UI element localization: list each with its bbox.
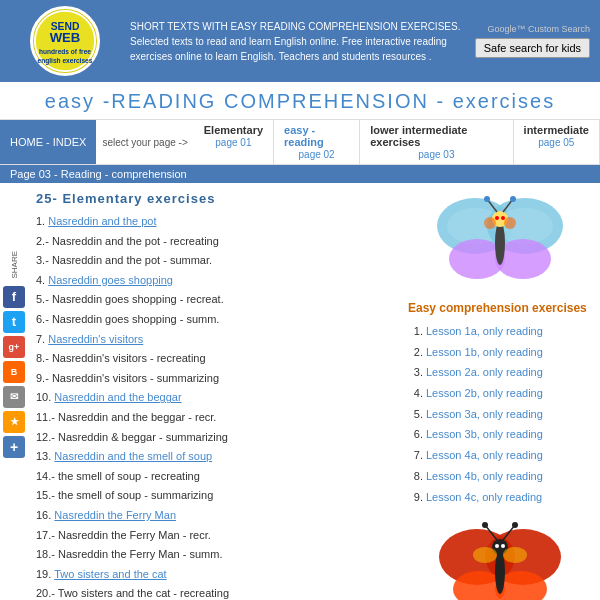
logo: SEND WEB hundreds of free english exerci… (30, 6, 100, 76)
list-item: 2.- Nasreddin and the pot - recreating (36, 232, 392, 252)
svg-point-32 (512, 522, 518, 528)
list-item: 6.- Nasreddin goes shopping - summ. (36, 310, 392, 330)
right-column: Easy comprehension exercises Lesson 1a, … (400, 191, 600, 600)
list-item: 4. Nasreddin goes shopping (36, 271, 392, 291)
easy-exercise-link[interactable]: Lesson 2b, only reading (426, 387, 543, 399)
svg-point-27 (495, 544, 499, 548)
easy-exercise-link[interactable]: Lesson 1a, only reading (426, 325, 543, 337)
easy-comp-title: Easy comprehension exercises (408, 301, 592, 315)
safe-search-button[interactable]: Safe search for kids (475, 38, 590, 58)
svg-text:english exercises: english exercises (38, 57, 93, 65)
svg-point-14 (501, 216, 505, 220)
list-item: Lesson 1b, only reading (426, 342, 592, 363)
page-title: easy -READING COMPREHENSION - exercises (0, 82, 600, 119)
left-column: 25- Elementary exercises 1. Nasreddin an… (28, 191, 400, 600)
svg-point-34 (503, 547, 527, 563)
list-item: 9.- Nasreddin's visitors - summarizing (36, 369, 392, 389)
list-item: 1. Nasreddin and the pot (36, 212, 392, 232)
list-item: 5.- Nasreddin goes shopping - recreat. (36, 290, 392, 310)
list-item: 8.- Nasreddin's visitors - recreating (36, 349, 392, 369)
nav-bar: HOME - INDEX select your page -> Element… (0, 119, 600, 165)
breadcrumb-text: Page 03 - Reading - comprehension (10, 168, 187, 180)
nav-tab-label: intermediate (524, 124, 589, 136)
share-googleplus-button[interactable]: g+ (3, 336, 25, 358)
nav-tabs: Elementarypage 01easy - readingpage 02lo… (194, 120, 600, 164)
nav-tab-page: page 05 (538, 137, 574, 148)
easy-exercise-link[interactable]: Lesson 4c, only reading (426, 491, 542, 503)
top-banner: SEND WEB hundreds of free english exerci… (0, 0, 600, 82)
exercise-link[interactable]: Nasreddin and the beggar (54, 391, 181, 403)
nav-tab-label: lower intermediate exercises (370, 124, 502, 148)
exercise-link[interactable]: Nasreddin the Ferry Man (54, 509, 176, 521)
list-item: 20.- Two sisters and the cat - recreatin… (36, 584, 392, 600)
banner-description: SHORT TEXTS WITH EASY READING COMPREHENS… (130, 19, 465, 64)
list-item: 3.- Nasreddin and the pot - summar. (36, 251, 392, 271)
nav-tab-3[interactable]: intermediatepage 05 (514, 120, 600, 164)
share-star-button[interactable]: ★ (3, 411, 25, 433)
section-title: 25- Elementary exercises (36, 191, 392, 206)
home-index-button[interactable]: HOME - INDEX (0, 120, 96, 164)
easy-exercise-link[interactable]: Lesson 1b, only reading (426, 346, 543, 358)
exercise-link[interactable]: Nasreddin's visitors (48, 333, 143, 345)
main-content: SHARE f t g+ B ✉ ★ + 25- Elementary exer… (0, 183, 600, 600)
nav-tab-page: page 02 (299, 149, 335, 160)
nav-tab-page: page 01 (215, 137, 251, 148)
list-item: 10. Nasreddin and the beggar (36, 388, 392, 408)
svg-text:hundreds of free: hundreds of free (39, 48, 91, 55)
list-item: Lesson 4b, only reading (426, 466, 592, 487)
nav-tab-1[interactable]: easy - readingpage 02 (274, 120, 360, 164)
breadcrumb: Page 03 - Reading - comprehension (0, 165, 600, 183)
list-item: 16. Nasreddin the Ferry Man (36, 506, 392, 526)
easy-exercise-list: Lesson 1a, only readingLesson 1b, only r… (408, 321, 592, 507)
svg-point-18 (510, 196, 516, 202)
share-sidebar: SHARE f t g+ B ✉ ★ + (0, 191, 28, 600)
share-blogger-button[interactable]: B (3, 361, 25, 383)
butterfly-bottom-image (435, 517, 565, 600)
google-label: Google™ Custom Search (487, 24, 590, 34)
list-item: 15.- the smell of soup - summarizing (36, 486, 392, 506)
svg-text:WEB: WEB (50, 30, 81, 45)
exercise-list: 1. Nasreddin and the pot2.- Nasreddin an… (36, 212, 392, 600)
list-item: 12.- Nasreddin & beggar - summarizing (36, 428, 392, 448)
list-item: 13. Nasreddin and the smell of soup (36, 447, 392, 467)
list-item: Lesson 4c, only reading (426, 487, 592, 508)
share-email-button[interactable]: ✉ (3, 386, 25, 408)
search-area: Google™ Custom Search Safe search for ki… (475, 24, 590, 58)
list-item: 18.- Nasreddin the Ferry Man - summ. (36, 545, 392, 565)
svg-point-11 (495, 221, 505, 265)
share-plus-button[interactable]: + (3, 436, 25, 458)
list-item: 7. Nasreddin's visitors (36, 330, 392, 350)
easy-exercise-link[interactable]: Lesson 3a, only reading (426, 408, 543, 420)
butterfly-top-image (435, 191, 565, 291)
exercise-link[interactable]: Nasreddin goes shopping (48, 274, 173, 286)
nav-tab-page: page 03 (418, 149, 454, 160)
nav-tab-label: easy - reading (284, 124, 349, 148)
list-item: Lesson 1a, only reading (426, 321, 592, 342)
list-item: 11.- Nasreddin and the beggar - recr. (36, 408, 392, 428)
svg-point-13 (495, 216, 499, 220)
svg-point-16 (484, 196, 490, 202)
list-item: Lesson 2a. only reading (426, 362, 592, 383)
list-item: Lesson 4a, only reading (426, 445, 592, 466)
svg-point-28 (501, 544, 505, 548)
select-page-label: select your page -> (96, 120, 193, 164)
svg-point-33 (473, 547, 497, 563)
exercise-link[interactable]: Nasreddin and the smell of soup (54, 450, 212, 462)
exercise-link[interactable]: Two sisters and the cat (54, 568, 167, 580)
logo-area: SEND WEB hundreds of free english exerci… (10, 6, 120, 76)
easy-exercise-link[interactable]: Lesson 3b, only reading (426, 428, 543, 440)
share-facebook-button[interactable]: f (3, 286, 25, 308)
list-item: 19. Two sisters and the cat (36, 565, 392, 585)
share-label: SHARE (10, 251, 19, 279)
nav-tab-2[interactable]: lower intermediate exercisespage 03 (360, 120, 513, 164)
svg-point-20 (504, 217, 516, 229)
list-item: 14.- the smell of soup - recreating (36, 467, 392, 487)
list-item: 17.- Nasreddin the Ferry Man - recr. (36, 526, 392, 546)
share-twitter-button[interactable]: t (3, 311, 25, 333)
easy-exercise-link[interactable]: Lesson 4a, only reading (426, 449, 543, 461)
exercise-link[interactable]: Nasreddin and the pot (48, 215, 156, 227)
nav-tab-label: Elementary (204, 124, 263, 136)
easy-exercise-link[interactable]: Lesson 2a. only reading (426, 366, 543, 378)
nav-tab-0[interactable]: Elementarypage 01 (194, 120, 274, 164)
easy-exercise-link[interactable]: Lesson 4b, only reading (426, 470, 543, 482)
